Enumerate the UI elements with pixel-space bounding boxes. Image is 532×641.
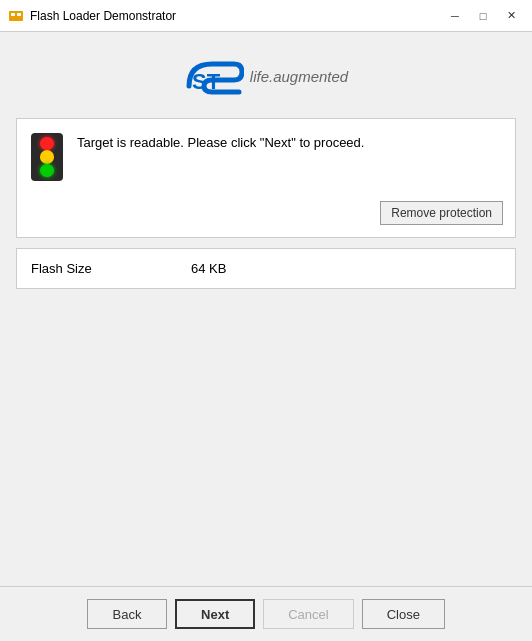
footer: Back Next Cancel Close bbox=[0, 586, 532, 641]
main-content: ST life.augmented Target is readable. Pl… bbox=[0, 32, 532, 586]
remove-protection-button[interactable]: Remove protection bbox=[380, 201, 503, 225]
close-button[interactable]: Close bbox=[362, 599, 445, 629]
title-bar: Flash Loader Demonstrator ─ □ ✕ bbox=[0, 0, 532, 32]
traffic-light-icon bbox=[31, 133, 63, 181]
window-controls: ─ □ ✕ bbox=[442, 6, 524, 26]
yellow-light bbox=[40, 150, 54, 163]
spacer bbox=[16, 299, 516, 570]
flash-row: Flash Size 64 KB bbox=[31, 261, 501, 276]
close-window-button[interactable]: ✕ bbox=[498, 6, 524, 26]
svg-rect-0 bbox=[9, 11, 23, 21]
svg-rect-2 bbox=[17, 13, 21, 16]
flash-size-label: Flash Size bbox=[31, 261, 111, 276]
app-icon bbox=[8, 8, 24, 24]
flash-size-panel: Flash Size 64 KB bbox=[16, 248, 516, 289]
flash-size-value: 64 KB bbox=[191, 261, 226, 276]
minimize-button[interactable]: ─ bbox=[442, 6, 468, 26]
info-panel: Target is readable. Please click "Next" … bbox=[16, 118, 516, 238]
next-button[interactable]: Next bbox=[175, 599, 255, 629]
back-button[interactable]: Back bbox=[87, 599, 167, 629]
svg-text:ST: ST bbox=[192, 69, 221, 94]
maximize-button[interactable]: □ bbox=[470, 6, 496, 26]
green-light bbox=[40, 164, 54, 177]
window-title: Flash Loader Demonstrator bbox=[30, 9, 442, 23]
info-row: Target is readable. Please click "Next" … bbox=[31, 131, 501, 181]
svg-rect-1 bbox=[11, 13, 15, 16]
st-logo-svg: ST bbox=[184, 56, 244, 96]
cancel-button[interactable]: Cancel bbox=[263, 599, 353, 629]
info-message: Target is readable. Please click "Next" … bbox=[77, 131, 501, 150]
brand-tagline: life.augmented bbox=[250, 68, 348, 85]
st-logo: ST life.augmented bbox=[184, 56, 348, 96]
red-light bbox=[40, 137, 54, 150]
logo-area: ST life.augmented bbox=[16, 48, 516, 108]
